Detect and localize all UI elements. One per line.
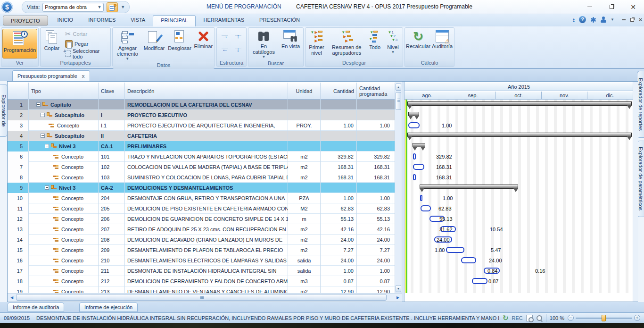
collapse-minus-box[interactable] [36, 102, 41, 107]
opus-pinwheel-icon[interactable] [590, 17, 596, 23]
print-preview-icon[interactable] [526, 315, 533, 321]
table-horizontal-scrollbar[interactable]: ◀ ▶ [8, 293, 402, 301]
bottom-tab-informe-auditoria[interactable]: Informe de auditoría [8, 303, 64, 312]
table-row[interactable]: 19Concepto213DESMANTELAMIENTO DE VENTANA… [8, 286, 395, 293]
pegar-button[interactable]: Pegar [63, 39, 109, 49]
collapse-ribbon-icon[interactable]: ▲▲ [572, 18, 575, 22]
table-row[interactable]: 14Concepto208DEMOLICION DE ACAVADO (GRAN… [8, 235, 395, 245]
zoom-slider-track[interactable] [576, 315, 632, 321]
modificar-button[interactable]: Modificar [142, 29, 166, 61]
ribbon-tab-proyecto[interactable]: PROYECTO [3, 16, 48, 25]
primer-nivel-button[interactable]: ▼▶ ▶ ▶ Primer nivel [306, 29, 327, 59]
collapse-minus-box[interactable] [41, 134, 45, 138]
auditoria-button[interactable]: Auditoría [431, 29, 453, 59]
table-vscroll-thumb[interactable] [396, 92, 401, 110]
agregar-elemento-button[interactable]: ← Agregar elemento ▼ [114, 29, 141, 61]
table-row[interactable]: 16Concepto210DESMANTELAMIENTOS ELÉCTRICO… [8, 255, 395, 266]
gantt-summary-bar[interactable] [420, 185, 518, 189]
zoom-slider-thumb[interactable] [602, 315, 606, 321]
mdi-minimize-icon[interactable] [622, 19, 626, 20]
table-row[interactable]: 17Concepto211DESMONTAJE DE INSTALACIÓN H… [8, 266, 395, 276]
table-row[interactable]: 4SubcapítuloIICAFETERIA [8, 131, 395, 141]
header-clave[interactable]: Clave [99, 83, 125, 100]
mdi-restore-icon[interactable] [630, 18, 634, 22]
scroll-up-icon[interactable]: ▲ [396, 84, 401, 91]
gantt-summary-bar[interactable] [407, 101, 632, 106]
gantt-task-bar[interactable] [461, 257, 476, 263]
move-down-button[interactable]: ↓ [232, 43, 244, 55]
bottom-tab-informe-ejecucion[interactable]: Informe de ejecución [79, 303, 138, 312]
doc-tab-close-icon[interactable]: x [82, 73, 85, 79]
header-descripcion[interactable]: Descripción [125, 83, 288, 100]
zoom-in-button[interactable]: + [634, 315, 640, 321]
todo-button[interactable]: ▼ ▼ Todo [366, 29, 383, 59]
gantt-task-bar[interactable] [413, 153, 416, 160]
indent-right-button[interactable]: → [219, 30, 231, 42]
restore-button[interactable] [602, 0, 621, 14]
eliminar-button[interactable]: Eliminar [193, 29, 214, 61]
gantt-task-bar[interactable] [408, 122, 420, 128]
gantt-summary-bar[interactable] [408, 112, 419, 116]
table-row[interactable]: 11Concepto205DEMOLICION DE PISO EXISTENT… [8, 203, 395, 214]
gantt-task-bar[interactable] [413, 174, 416, 180]
ribbon-tab-presentación[interactable]: PRESENTACIÓN [252, 15, 307, 26]
magnifier-icon[interactable] [536, 315, 543, 321]
gantt-task-bar[interactable] [413, 164, 424, 170]
mdi-close-icon[interactable]: × [639, 17, 642, 22]
table-row[interactable]: 6Concepto101TRAZO Y NIVELACION CON APARA… [8, 151, 395, 162]
table-row[interactable]: 2SubcapítuloIPROYECTO EJECUTIVO [8, 110, 395, 120]
table-row[interactable]: 13Concepto207RETIRO DE ADOQUIN DE 25 X 2… [8, 224, 395, 235]
indent-left-button[interactable]: ← [219, 43, 231, 55]
table-row[interactable]: 3ConceptoI.1PROYECTO EJECUTIVO DE ARQUIT… [8, 120, 395, 131]
scroll-right-icon[interactable]: ▶ [395, 294, 401, 301]
gantt-task-bar[interactable] [420, 195, 422, 201]
gantt-vertical-scrollbar[interactable] [633, 82, 638, 302]
ribbon-tab-inicio[interactable]: INICIO [50, 15, 81, 26]
table-row[interactable]: 18Concepto212DEMOLICION DE CERRAMIENTO Y… [8, 276, 395, 286]
tab-presupuesto-programable[interactable]: Presupuesto programable x [12, 70, 90, 81]
scroll-left-icon[interactable]: ◀ [8, 294, 15, 301]
gantt-summary-bar[interactable] [407, 133, 632, 137]
explorador-de-vistas-tab[interactable]: Explorador de vistas [0, 84, 8, 137]
help-icon[interactable]: ? [579, 16, 586, 23]
table-row[interactable]: 12Concepto206DEMOLICION DE GUARNICION DE… [8, 214, 395, 224]
collapse-minus-box[interactable] [45, 185, 49, 190]
opus-logo-icon[interactable]: $ [1, 1, 13, 13]
table-row[interactable]: 5Nivel 3CA-1PRELIMINARES [8, 141, 395, 151]
table-row[interactable]: 1CapítuloREMODELACION DE LA CAFETERIA DE… [8, 100, 395, 110]
en-vista-button[interactable]: En vista [279, 29, 302, 59]
table-row[interactable]: 9Nivel 3CA-2DEMOLICIONES Y DESMANTELAMIE… [8, 183, 395, 193]
vista-dropdown[interactable]: Programa de obra ▼ [42, 3, 104, 12]
ribbon-tab-principal[interactable]: PRINCIPAL [153, 15, 196, 26]
table-row[interactable]: 10Concepto204DESMONTAJE CON GRUA, RETIRO… [8, 193, 395, 203]
resumen-agrupadores-button[interactable]: ▼ ▶ ▶ Resumen de agrupadores [328, 29, 365, 59]
move-up-button[interactable]: ↑ [232, 30, 244, 42]
copiar-button[interactable]: Copiar [41, 29, 62, 59]
table-row[interactable]: 8Concepto103SUMINISTRO Y COLOCACION DE L… [8, 172, 395, 183]
header-tipo[interactable]: Tipo [29, 83, 99, 100]
table-vertical-scrollbar[interactable]: ▲ ▼ [395, 83, 402, 293]
table-row[interactable]: 7Concepto102COLOCACION DE VALLA DE MADER… [8, 162, 395, 172]
table-row[interactable]: 15Concepto209DESMANTELAMIENTO DE PLAFON … [8, 245, 395, 255]
recalcular-button[interactable]: ↻ Recalcular [406, 29, 430, 59]
header-cantidad-programada[interactable]: Cantidad programada [357, 83, 393, 100]
close-button[interactable]: ✕ [623, 0, 643, 14]
gantt-task-bar[interactable] [472, 278, 487, 284]
table-hscroll-thumb[interactable] [16, 294, 387, 301]
minimize-button[interactable] [580, 0, 600, 14]
ribbon-tab-informes[interactable]: INFORMES [81, 15, 123, 26]
header-rownum[interactable] [8, 83, 29, 100]
scroll-down-icon[interactable]: ▼ [396, 285, 401, 292]
user-chevron-down-icon[interactable]: ▼ [611, 17, 614, 22]
header-cantidad[interactable]: Cantidad [321, 83, 357, 100]
nivel-button[interactable]: ▼1 ▼2 ▼3 Nivel ▼ [384, 29, 402, 59]
collapse-minus-box[interactable] [45, 144, 49, 148]
view-settings-button[interactable] [107, 2, 118, 12]
user-account-icon[interactable] [600, 17, 607, 23]
cortar-button[interactable]: ✂ Cortar [63, 29, 109, 39]
gantt-summary-bar[interactable] [413, 143, 425, 147]
gantt-task-bar[interactable] [446, 247, 464, 253]
gantt-task-bar[interactable] [421, 205, 431, 211]
customize-quick-access-icon[interactable]: ▼ [121, 5, 124, 9]
desglosar-button[interactable]: Desglosar [167, 29, 192, 61]
